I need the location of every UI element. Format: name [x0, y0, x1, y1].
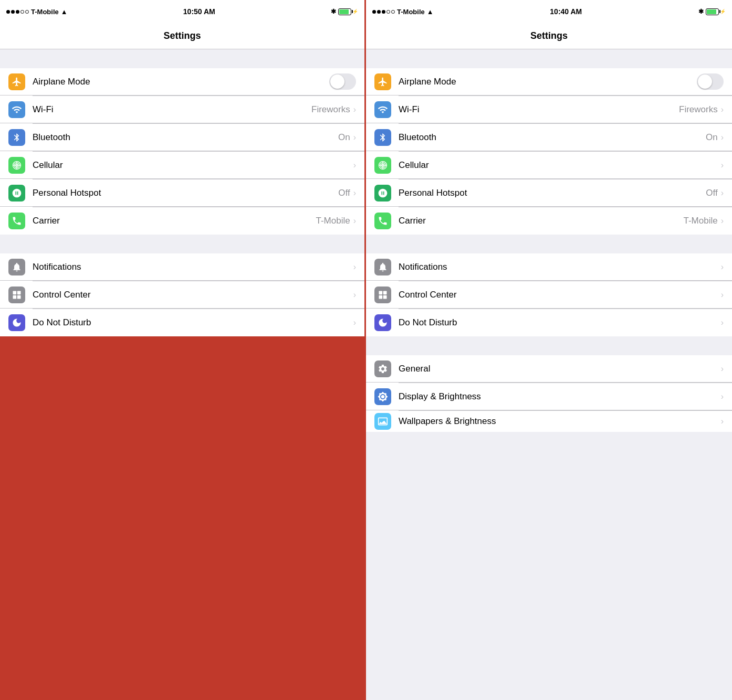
carrier-label-left: Carrier [33, 216, 316, 226]
bluetooth-value-left: On [338, 132, 350, 143]
airplane-mode-row-left[interactable]: Airplane Mode [0, 68, 364, 96]
status-right-right: ✱ ⚡ [698, 8, 726, 15]
display-brightness-label-right: Display & Brightness [399, 391, 721, 402]
hotspot-chevron-left: › [353, 188, 356, 198]
hotspot-row-left[interactable]: Personal Hotspot Off › [0, 179, 364, 207]
hotspot-row-right[interactable]: Personal Hotspot Off › [366, 179, 732, 207]
dnd-label-right: Do Not Disturb [399, 317, 721, 328]
control-center-icon-right [374, 287, 391, 303]
cellular-chevron-left: › [353, 161, 356, 170]
notifications-chevron-left: › [353, 262, 356, 272]
general-row-right[interactable]: General › [366, 355, 732, 383]
bluetooth-value-right: On [706, 132, 718, 143]
svg-rect-15 [383, 291, 387, 294]
airplane-mode-toggle-left[interactable] [329, 73, 356, 90]
svg-rect-7 [13, 295, 17, 299]
hotspot-value-right: Off [706, 188, 717, 198]
battery-left: ⚡ [338, 8, 358, 15]
notifications-label-right: Notifications [399, 262, 721, 272]
status-bar-right: T-Mobile ▲ 10:40 AM ✱ ⚡ [366, 0, 732, 23]
airplane-mode-label-left: Airplane Mode [33, 77, 329, 87]
time-left: 10:50 AM [183, 7, 215, 16]
bluetooth-status-icon-right: ✱ [698, 8, 704, 15]
airplane-mode-label-right: Airplane Mode [399, 77, 697, 87]
notifications-icon-left [8, 259, 25, 275]
dnd-row-left[interactable]: Do Not Disturb › [0, 309, 364, 336]
carrier-value-right: T-Mobile [683, 216, 717, 226]
bolt-icon-right: ⚡ [720, 9, 726, 14]
cellular-label-right: Cellular [399, 160, 721, 171]
dot5 [25, 10, 29, 14]
control-center-chevron-left: › [353, 290, 356, 300]
control-center-row-left[interactable]: Control Center › [0, 281, 364, 309]
bluetooth-chevron-right: › [721, 133, 724, 142]
rdot4 [386, 10, 390, 14]
dot1 [6, 10, 10, 14]
dnd-row-right[interactable]: Do Not Disturb › [366, 309, 732, 336]
display-brightness-icon-right [374, 388, 391, 405]
red-bottom [0, 336, 364, 700]
bluetooth-label-right: Bluetooth [399, 132, 706, 143]
wifi-row-right[interactable]: Wi-Fi Fireworks › [366, 96, 732, 123]
dnd-icon-left [8, 314, 25, 331]
wifi-icon-right [374, 101, 391, 118]
bluetooth-status-icon-left: ✱ [331, 8, 336, 15]
svg-rect-17 [383, 295, 387, 299]
cellular-chevron-right: › [721, 161, 724, 170]
wifi-label-right: Wi-Fi [399, 104, 679, 115]
bluetooth-label-left: Bluetooth [33, 132, 338, 143]
bluetooth-row-left[interactable]: Bluetooth On › [0, 124, 364, 151]
notifications-chevron-right: › [721, 262, 724, 272]
status-right-left: ✱ ⚡ [331, 8, 358, 15]
svg-rect-8 [17, 295, 21, 299]
svg-rect-5 [13, 291, 17, 294]
dnd-label-left: Do Not Disturb [33, 317, 353, 328]
dnd-icon-right [374, 314, 391, 331]
section-gap-top-right [366, 49, 732, 68]
settings-content-left: Airplane Mode Wi-Fi Fireworks › [0, 49, 364, 700]
bluetooth-chevron-left: › [353, 133, 356, 142]
battery-right: ⚡ [706, 8, 726, 15]
cellular-row-right[interactable]: Cellular › [366, 152, 732, 179]
signal-dots [6, 10, 29, 14]
nav-title-left: Settings [163, 30, 201, 41]
dot2 [11, 10, 15, 14]
carrier-left: T-Mobile [31, 8, 59, 16]
cellular-icon-left [8, 157, 25, 174]
cellular-row-left[interactable]: Cellular › [0, 152, 364, 179]
notifications-row-right[interactable]: Notifications › [366, 253, 732, 281]
settings-group2-left: Notifications › Control Center › Do Not … [0, 253, 364, 336]
wifi-value-left: Fireworks [311, 104, 350, 115]
hotspot-icon-right [374, 185, 391, 201]
carrier-label-right: Carrier [399, 216, 683, 226]
bluetooth-row-right[interactable]: Bluetooth On › [366, 124, 732, 151]
hotspot-value-left: Off [338, 188, 350, 198]
control-center-icon-left [8, 287, 25, 303]
display-brightness-row-right[interactable]: Display & Brightness › [366, 383, 732, 410]
wifi-status-icon-right: ▲ [427, 8, 434, 16]
airplane-mode-row-right[interactable]: Airplane Mode [366, 68, 732, 96]
wallpapers-row-right[interactable]: Wallpapers & Brightness › [366, 411, 732, 432]
wallpapers-label-right: Wallpapers & Brightness [399, 416, 721, 427]
carrier-row-right[interactable]: Carrier T-Mobile › [366, 207, 732, 235]
hotspot-label-left: Personal Hotspot [33, 188, 338, 198]
time-right: 10:40 AM [550, 7, 582, 16]
airplane-mode-toggle-right[interactable] [697, 73, 724, 90]
notifications-row-left[interactable]: Notifications › [0, 253, 364, 281]
wifi-chevron-right: › [721, 105, 724, 114]
svg-rect-14 [379, 291, 383, 294]
wallpapers-chevron-right: › [721, 417, 724, 426]
cellular-label-left: Cellular [33, 160, 353, 171]
wifi-row-left[interactable]: Wi-Fi Fireworks › [0, 96, 364, 123]
control-center-row-right[interactable]: Control Center › [366, 281, 732, 309]
section-gap-mid-right [366, 235, 732, 253]
svg-rect-6 [17, 291, 21, 294]
bluetooth-icon-right [374, 129, 391, 146]
nav-bar-left: Settings [0, 23, 364, 49]
airplane-mode-icon-right [374, 73, 391, 90]
carrier-row-left[interactable]: Carrier T-Mobile › [0, 207, 364, 235]
battery-fill-left [339, 9, 349, 14]
nav-bar-right: Settings [366, 23, 732, 49]
carrier-value-left: T-Mobile [316, 216, 350, 226]
hotspot-label-right: Personal Hotspot [399, 188, 706, 198]
